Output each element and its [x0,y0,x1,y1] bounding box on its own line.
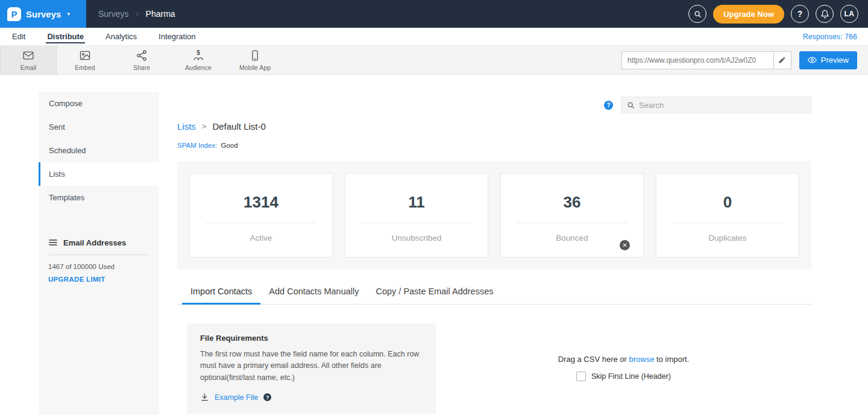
sidebar-item-scheduled[interactable]: Scheduled [39,139,159,162]
contact-search-box [621,97,811,113]
csv-drop-area[interactable]: Drag a CSV here or browse to import. Ski… [436,323,811,381]
sidebar-item-templates[interactable]: Templates [39,186,159,209]
top-bar: P Surveys ▾ Surveys › Pharma Upgrade Now… [0,0,868,28]
edit-url-pencil-icon[interactable] [773,51,791,69]
search-icon [627,101,635,109]
email-addresses-header: Email Addresses [48,238,149,255]
email-sidebar: Compose Sent Scheduled Lists Templates E… [39,92,159,415]
survey-url-input[interactable] [621,51,773,69]
browse-link[interactable]: browse [629,355,655,364]
help-icon[interactable]: ? [791,5,809,23]
example-file-link[interactable]: Example File [215,393,258,402]
toolbar-item-share[interactable]: Share [113,46,170,74]
tab-edit[interactable]: Edit [11,28,27,45]
stat-label: Active [250,233,272,242]
list-icon [48,238,58,247]
import-contacts-section: File Requirements The first row must hav… [177,323,811,414]
survey-nav-tabs: Edit Distribute Analytics Integration Re… [0,28,868,46]
mobile-app-icon [249,49,261,62]
toolbar-item-label: Mobile App [239,64,271,71]
breadcrumb-lists-link[interactable]: Lists [177,121,196,131]
toolbar-item-email[interactable]: Email [0,46,57,74]
toolbar-right: Preview [621,46,868,74]
toolbar-item-mobile-app[interactable]: Mobile App [227,46,283,74]
search-input[interactable] [639,101,805,110]
sidebar-item-compose[interactable]: Compose [39,92,159,115]
content-area: Compose Sent Scheduled Lists Templates E… [0,75,868,415]
upgrade-limit-link[interactable]: UPGRADE LIMIT [48,276,105,283]
stat-label: Unsubscribed [392,233,442,242]
preview-button[interactable]: Preview [799,51,857,69]
stat-value: 0 [723,193,732,212]
stat-label: Duplicates [708,233,746,242]
responses-count[interactable]: Responses: 766 [803,28,857,45]
drag-text-prefix: Drag a CSV here or [558,355,627,364]
toolbar-item-embed[interactable]: Embed [57,46,113,74]
embed-icon [79,49,91,62]
tab-analytics[interactable]: Analytics [104,28,138,45]
skip-first-line-row: Skip First Line (Header) [576,372,671,381]
product-name: Surveys [26,9,61,19]
email-addresses-section: Email Addresses 1467 of 100000 Used UPGR… [39,238,159,284]
stat-card-unsubscribed[interactable]: 11 Unsubscribed [345,173,488,258]
stat-card-duplicates[interactable]: 0 Duplicates [656,173,799,258]
example-file-help-icon[interactable]: ? [263,393,271,401]
example-file-row: Example File ? [200,393,423,402]
divider [206,223,316,223]
skip-first-line-label: Skip First Line (Header) [591,372,671,381]
tab-import-contacts[interactable]: Import Contacts [182,287,260,304]
file-requirements-panel: File Requirements The first row must hav… [187,323,436,414]
tab-add-contacts-manually[interactable]: Add Contacts Manually [260,287,367,304]
toolbar-item-label: Embed [75,64,95,71]
drag-csv-text: Drag a CSV here or browse to import. [558,355,690,364]
svg-text:$: $ [197,49,200,56]
topbar-actions: Upgrade Now ? LA [688,5,868,24]
breadcrumb-survey-name: Pharma [146,9,175,19]
user-avatar[interactable]: LA [840,5,858,23]
upgrade-now-button[interactable]: Upgrade Now [713,5,784,24]
breadcrumb-surveys[interactable]: Surveys [98,9,129,19]
toolbar-item-audience[interactable]: $ Audience [170,46,227,74]
download-icon [200,393,209,402]
preview-label: Preview [821,55,849,65]
chevron-down-icon: ▾ [67,11,70,17]
email-icon [22,49,34,62]
file-requirements-title: File Requirements [200,334,423,343]
list-breadcrumb: Lists > Default List-0 [177,121,811,131]
email-addresses-label: Email Addresses [63,238,126,247]
toolbar-item-label: Share [133,64,150,71]
bounced-clear-icon[interactable]: ✕ [620,240,630,250]
share-icon [136,49,148,62]
breadcrumb-current-list: Default List-0 [212,121,265,131]
help-icon[interactable]: ? [604,101,613,110]
toolbar-item-label: Audience [185,64,212,71]
file-requirements-body: The first row must have the field name f… [200,349,423,384]
divider [517,223,627,223]
drag-text-suffix: to import. [656,355,689,364]
spam-index-value: Good [221,142,237,149]
spam-index-label: SPAM Index: [177,142,217,149]
stat-value: 11 [408,193,425,212]
stat-card-bounced[interactable]: 36 Bounced ✕ [500,173,644,258]
notifications-bell-icon[interactable] [816,5,834,23]
breadcrumb: Surveys › Pharma [98,9,175,19]
sidebar-item-sent[interactable]: Sent [39,115,159,139]
tab-copy-paste-emails[interactable]: Copy / Paste Email Addresses [367,287,502,304]
spam-index-row: SPAM Index: Good [177,142,811,149]
audience-icon: $ [192,49,204,62]
tab-integration[interactable]: Integration [157,28,197,45]
divider [361,223,472,223]
distribute-toolbar: Email Embed Share $ Audience Mobile App [0,46,868,75]
search-row: ? [159,92,829,113]
list-stats-panel: 1314 Active 11 Unsubscribed 36 Bounced ✕… [177,161,811,270]
skip-first-line-checkbox[interactable] [576,372,586,381]
sidebar-item-lists[interactable]: Lists [39,162,159,186]
stat-label: Bounced [556,233,588,242]
survey-url-group [621,51,791,69]
tab-distribute[interactable]: Distribute [46,28,85,45]
breadcrumb-separator: › [136,10,139,18]
search-icon[interactable] [688,5,706,23]
product-switcher[interactable]: P Surveys ▾ [0,0,86,28]
stat-card-active[interactable]: 1314 Active [189,173,333,258]
eye-icon [808,55,817,65]
